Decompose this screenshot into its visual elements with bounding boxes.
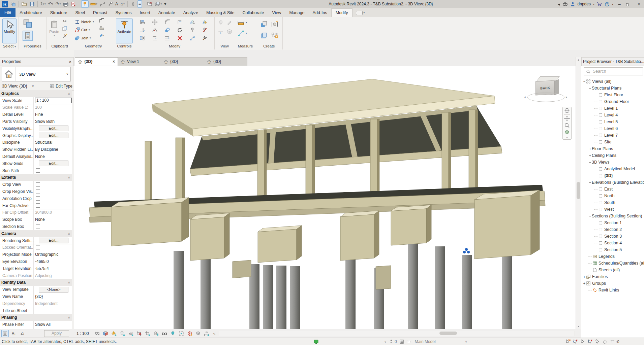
- tree-item-ceiling-plans[interactable]: +Ceiling Plans: [581, 152, 644, 159]
- undo-button[interactable]: ↶▾: [47, 1, 54, 7]
- unpin-button[interactable]: [202, 27, 208, 33]
- property-value[interactable]: Edit...: [33, 160, 72, 167]
- locked-view-button[interactable]: [153, 330, 159, 337]
- view-brush-button[interactable]: [226, 20, 233, 26]
- ribbon-tab-view[interactable]: View: [268, 8, 285, 17]
- collapse-icon[interactable]: −: [588, 86, 592, 90]
- ribbon-tab-systems[interactable]: Systems: [111, 8, 135, 17]
- edit-button[interactable]: <None>: [39, 287, 68, 292]
- view-underlay-button[interactable]: [218, 29, 224, 35]
- tree-item-level-5[interactable]: Level 5: [581, 118, 644, 125]
- mirror-axis-button[interactable]: [189, 19, 195, 25]
- edit-button[interactable]: Edit...: [39, 126, 68, 131]
- crop-region-button[interactable]: [144, 330, 151, 337]
- pin-button[interactable]: [81, 0, 89, 8]
- viewcube[interactable]: BACK ◂ ▸: [532, 76, 569, 103]
- property-value[interactable]: Adjusting: [33, 272, 72, 279]
- tree-item-level-7[interactable]: Level 7: [581, 132, 644, 139]
- cut-button[interactable]: Cut▾: [74, 26, 94, 34]
- type-selector[interactable]: 3D View ∨: [2, 67, 71, 81]
- split-button[interactable]: [152, 27, 158, 33]
- view-control-collapse[interactable]: <: [213, 332, 215, 336]
- switch-windows-button[interactable]: ▾: [154, 1, 162, 7]
- tree-item-revit-links[interactable]: Revit Links: [581, 287, 644, 294]
- panel-label-modify[interactable]: Modify: [135, 43, 214, 49]
- sort-descending-icon[interactable]: Z↓: [19, 330, 26, 337]
- ribbon-tab-massing-site[interactable]: Massing & Site: [202, 8, 238, 17]
- close-button[interactable]: ×: [635, 2, 643, 7]
- help-icon[interactable]: ?: [605, 2, 610, 7]
- properties-close-icon[interactable]: ×: [69, 59, 71, 64]
- tree-item-south[interactable]: South: [581, 199, 644, 206]
- navbar-expand-icon[interactable]: ⌄: [566, 136, 568, 139]
- displacement-button[interactable]: [195, 330, 202, 337]
- tree-item-floor-plans[interactable]: +Floor Plans: [581, 145, 644, 152]
- ribbon-tab-structure[interactable]: Structure: [46, 8, 71, 17]
- property-value[interactable]: None: [33, 153, 72, 160]
- property-value[interactable]: [33, 188, 72, 195]
- collapse-icon[interactable]: −: [588, 214, 592, 218]
- section-header-extents[interactable]: Extents∧: [0, 174, 72, 181]
- orbit-cube-button[interactable]: [564, 129, 570, 135]
- view-scale-input[interactable]: 1 : 100: [35, 98, 72, 103]
- wall-join-button[interactable]: [99, 25, 104, 31]
- panel-label-measure[interactable]: Measure: [235, 43, 256, 49]
- property-value[interactable]: Independent: [33, 300, 72, 307]
- help-menu-caret-icon[interactable]: ▾: [612, 3, 613, 6]
- section-header-identity-data[interactable]: Identity Data∧: [0, 279, 72, 286]
- panel-label-controls[interactable]: Controls: [114, 43, 135, 49]
- collapse-left-icon[interactable]: ◂: [558, 2, 560, 7]
- project-browser-search[interactable]: [584, 67, 643, 75]
- sel-pin-toggle[interactable]: [580, 339, 585, 344]
- ribbon-tab-add-ins[interactable]: Add-Ins: [309, 8, 331, 17]
- panel-label-clipboard[interactable]: Clipboard: [47, 43, 73, 49]
- apply-button[interactable]: Apply: [44, 330, 69, 337]
- collapse-icon[interactable]: −: [588, 180, 592, 184]
- properties-palette-button[interactable]: [23, 19, 33, 29]
- edit-button[interactable]: Edit...: [39, 161, 68, 166]
- view-tab-3d[interactable]: {3D}: [204, 57, 247, 66]
- tree-item-groups[interactable]: +Groups: [581, 280, 644, 287]
- demolish-button[interactable]: [202, 35, 208, 41]
- instance-caret-icon[interactable]: ∨: [32, 84, 34, 88]
- property-value[interactable]: 304800.0: [33, 209, 72, 216]
- tree-item-level-4[interactable]: Level 4: [581, 112, 644, 118]
- tree-item-level-1[interactable]: Level 1: [581, 105, 644, 112]
- sel-link-toggle[interactable]: [565, 339, 571, 344]
- sync-button[interactable]: ↻▾: [40, 1, 46, 7]
- checkbox[interactable]: [36, 196, 40, 201]
- view-box-button[interactable]: [226, 29, 233, 35]
- zoom-magnifier-button[interactable]: [564, 123, 570, 128]
- move-button[interactable]: [152, 19, 158, 25]
- main-model-dropdown[interactable]: Main Model: [415, 339, 436, 344]
- trim-single-button[interactable]: [152, 35, 158, 41]
- save-button[interactable]: [29, 1, 35, 7]
- ribbon-tab-annotate[interactable]: Annotate: [154, 8, 179, 17]
- copy-clipboard-button[interactable]: [62, 26, 67, 31]
- edit-type-button[interactable]: Edit Type: [50, 84, 72, 89]
- tree-item-legends[interactable]: Legends: [581, 253, 644, 260]
- delete-button[interactable]: [177, 35, 183, 41]
- dotted-circle-toggle[interactable]: [603, 339, 608, 344]
- constraints-button[interactable]: [203, 330, 210, 337]
- edit-button[interactable]: Edit...: [39, 133, 68, 138]
- property-value[interactable]: Show Both: [33, 118, 72, 125]
- paste-button[interactable]: Paste ▾: [48, 19, 61, 43]
- collapse-icon[interactable]: −: [588, 160, 592, 164]
- property-value[interactable]: Orthographic: [33, 251, 72, 258]
- properties-filter-icon[interactable]: [1, 330, 9, 337]
- pan-button[interactable]: [564, 116, 570, 122]
- checkbox[interactable]: [36, 203, 40, 208]
- ribbon-tab-precast[interactable]: Precast: [89, 8, 111, 17]
- checkbox[interactable]: [36, 168, 40, 173]
- home-button[interactable]: ⌂▾: [120, 1, 125, 7]
- ribbon-tab-modify[interactable]: Modify: [331, 8, 352, 17]
- property-value[interactable]: <None>: [33, 286, 72, 293]
- cope-button[interactable]: [99, 18, 104, 23]
- navigation-wheel-button[interactable]: [564, 108, 570, 113]
- design-options-icon[interactable]: [399, 339, 404, 344]
- tree-item-families[interactable]: +Families: [581, 273, 644, 280]
- transfer-button[interactable]: [70, 1, 77, 7]
- restore-button[interactable]: [625, 2, 633, 6]
- viewcube-compass-ring[interactable]: [527, 93, 564, 102]
